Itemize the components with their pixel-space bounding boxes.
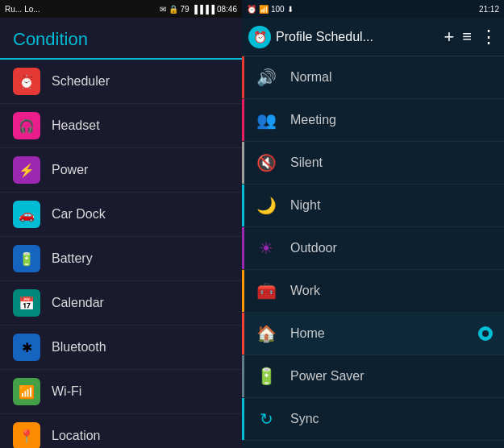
add-button[interactable]: + <box>444 27 454 48</box>
power-saver-label: Power Saver <box>290 369 364 384</box>
home-label: Home <box>290 326 325 341</box>
silent-accent-bar <box>242 142 244 184</box>
condition-item-power[interactable]: ⚡Power <box>0 148 242 193</box>
profile-item-outdoor[interactable]: ☀Outdoor <box>242 227 504 270</box>
work-accent-bar <box>242 270 244 312</box>
right-status-time: 21:12 <box>479 5 499 14</box>
scheduler-label: Scheduler <box>52 74 110 89</box>
normal-icon: 🔊 <box>253 64 279 90</box>
silent-label: Silent <box>290 156 323 170</box>
home-active-dot <box>478 326 493 341</box>
work-label: Work <box>290 284 320 298</box>
battery-label: Battery <box>52 251 93 266</box>
profile-item-silent[interactable]: 🔇Silent <box>242 142 504 185</box>
wifi-label: Wi-Fi <box>52 384 81 399</box>
home-accent-bar <box>242 313 244 355</box>
left-panel: Ru... Lo... ✉ 🔒 79 ▐▐▐▐ 08:46 Condition … <box>0 0 242 448</box>
profile-item-sync[interactable]: ↻Sync <box>242 398 504 441</box>
work-icon: 🧰 <box>253 278 279 304</box>
header-title: Profile Schedul... <box>276 30 439 44</box>
battery-icon: 🔋 <box>13 245 40 272</box>
night-icon: 🌙 <box>253 193 279 218</box>
left-status-bar: Ru... Lo... ✉ 🔒 79 ▐▐▐▐ 08:46 <box>0 0 242 18</box>
normal-label: Normal <box>290 70 332 85</box>
scheduler-icon: ⏰ <box>13 68 40 95</box>
condition-item-calendar[interactable]: 📅Calendar <box>0 281 242 326</box>
car-dock-label: Car Dock <box>52 207 106 222</box>
calendar-icon: 📅 <box>13 289 40 317</box>
profile-item-meeting[interactable]: 👥Meeting <box>242 99 504 142</box>
night-label: Night <box>290 198 320 213</box>
night-accent-bar <box>242 185 244 226</box>
profile-list: 🔊Normal👥Meeting🔇Silent🌙Night☀Outdoor🧰Wor… <box>242 56 504 448</box>
profile-item-night[interactable]: 🌙Night <box>242 185 504 227</box>
right-panel: ⏰ 📶 100 ⬇ 21:12 ⏰ Profile Schedul... + ≡… <box>242 0 504 448</box>
car-dock-icon: 🚗 <box>13 201 40 228</box>
condition-list: ⏰Scheduler🎧Headset⚡Power🚗Car Dock🔋Batter… <box>0 60 242 448</box>
bluetooth-label: Bluetooth <box>52 340 106 355</box>
condition-item-car-dock[interactable]: 🚗Car Dock <box>0 193 242 237</box>
profile-item-work[interactable]: 🧰Work <box>242 270 504 313</box>
condition-item-battery[interactable]: 🔋Battery <box>0 237 242 281</box>
outdoor-label: Outdoor <box>290 241 337 255</box>
profile-item-normal[interactable]: 🔊Normal <box>242 56 504 99</box>
meeting-label: Meeting <box>290 113 336 127</box>
right-header: ⏰ Profile Schedul... + ≡ ⋮ <box>242 18 504 56</box>
outdoor-icon: ☀ <box>253 235 279 261</box>
location-icon: 📍 <box>13 422 40 448</box>
normal-accent-bar <box>242 56 244 98</box>
power-saver-accent-bar <box>242 355 244 397</box>
meeting-icon: 👥 <box>253 107 279 133</box>
calendar-label: Calendar <box>52 296 104 310</box>
condition-item-location[interactable]: 📍Location <box>0 414 242 448</box>
headset-icon: 🎧 <box>13 112 40 139</box>
condition-item-headset[interactable]: 🎧Headset <box>0 104 242 148</box>
right-status-bar: ⏰ 📶 100 ⬇ 21:12 <box>242 0 504 18</box>
right-status-left: ⏰ 📶 100 ⬇ <box>247 5 294 14</box>
power-label: Power <box>52 163 88 177</box>
condition-item-scheduler[interactable]: ⏰Scheduler <box>0 60 242 104</box>
meeting-accent-bar <box>242 99 244 141</box>
power-icon: ⚡ <box>13 156 40 184</box>
bluetooth-icon: ✱ <box>13 334 40 361</box>
silent-icon: 🔇 <box>253 150 279 176</box>
wifi-icon: 📶 <box>13 378 40 405</box>
condition-title: Condition <box>0 18 242 60</box>
condition-item-wifi[interactable]: 📶Wi-Fi <box>0 370 242 414</box>
condition-item-bluetooth[interactable]: ✱Bluetooth <box>0 326 242 370</box>
sync-label: Sync <box>290 412 319 426</box>
left-status-right: ✉ 🔒 79 ▐▐▐▐ 08:46 <box>160 5 238 14</box>
location-label: Location <box>52 429 101 443</box>
profile-item-power-saver[interactable]: 🔋Power Saver <box>242 355 504 398</box>
home-icon: 🏠 <box>253 321 279 346</box>
sync-icon: ↻ <box>253 406 279 432</box>
headset-label: Headset <box>52 118 100 133</box>
outdoor-accent-bar <box>242 227 244 269</box>
profile-item-home[interactable]: 🏠Home <box>242 313 504 355</box>
sync-accent-bar <box>242 398 244 440</box>
header-app-icon: ⏰ <box>248 26 271 48</box>
left-status-left: Ru... Lo... <box>5 5 40 14</box>
list-view-button[interactable]: ≡ <box>462 27 472 46</box>
power-saver-icon: 🔋 <box>253 363 279 389</box>
header-actions: + ≡ ⋮ <box>444 27 498 48</box>
more-button[interactable]: ⋮ <box>480 27 498 48</box>
